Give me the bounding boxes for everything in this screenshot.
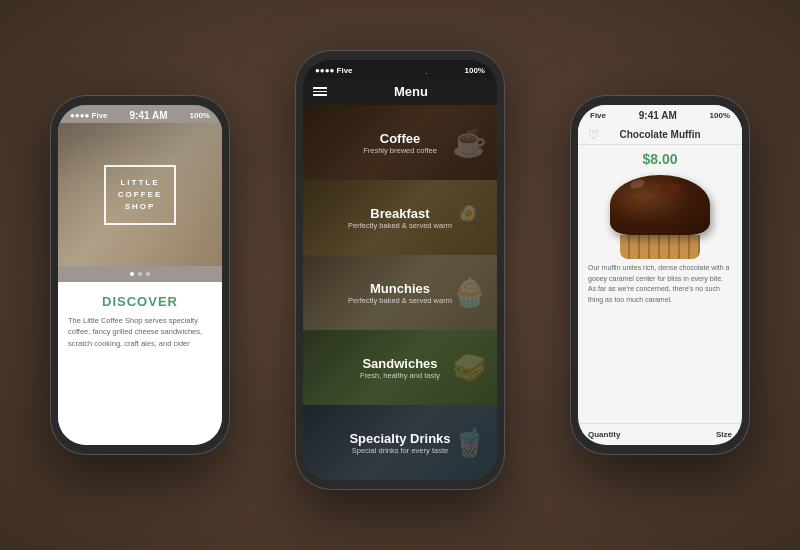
menu-title: Menu xyxy=(335,84,487,99)
dot-3 xyxy=(146,272,150,276)
breakfast-desc: Perfectly baked & served warm xyxy=(348,221,452,230)
center-phone: ●●●● Five 9:41 AM 100% Menu Coffee Fresh… xyxy=(295,50,505,490)
menu-item-sandwiches[interactable]: Sandwiches Fresh, healthy and tasty xyxy=(303,330,497,405)
right-phone-screen: Five 9:41 AM 100% ♡ Chocolate Muffin $8.… xyxy=(578,105,742,445)
quantity-label: Quantity xyxy=(588,430,620,439)
phones-container: ●●●● Five 9:41 AM 100% LITTLE COFFEE SHO… xyxy=(20,20,780,530)
menu-item-munchies[interactable]: Munchies Perfectly baked & served warm xyxy=(303,255,497,330)
right-status-bar: Five 9:41 AM 100% xyxy=(578,105,742,123)
specialty-label: Specialty Drinks xyxy=(349,431,450,446)
munchies-label: Munchies xyxy=(370,281,430,296)
logo-text: LITTLE COFFEE SHOP xyxy=(118,177,162,213)
coffee-desc: Freshly brewed coffee xyxy=(363,146,437,155)
logo-box: LITTLE COFFEE SHOP xyxy=(104,165,176,225)
muffin-image xyxy=(610,175,710,255)
sandwiches-label: Sandwiches xyxy=(362,356,437,371)
breakfast-label: Breakfast xyxy=(370,206,429,221)
coffee-label: Coffee xyxy=(380,131,420,146)
right-phone: Five 9:41 AM 100% ♡ Chocolate Muffin $8.… xyxy=(570,95,750,455)
right-battery: 100% xyxy=(710,111,730,120)
left-signal: ●●●● Five xyxy=(70,111,108,120)
center-signal: ●●●● Five xyxy=(315,66,353,75)
specialty-desc: Special drinks for every taste xyxy=(352,446,448,455)
dot-2 xyxy=(138,272,142,276)
menu-item-specialty[interactable]: Specialty Drinks Special drinks for ever… xyxy=(303,405,497,480)
product-header: ♡ Chocolate Muffin xyxy=(578,123,742,145)
product-description: Our muffin unites rich, dense chocolate … xyxy=(578,259,742,423)
hamburger-button[interactable] xyxy=(313,87,327,96)
menu-header: Menu xyxy=(303,78,497,105)
left-status-bar: ●●●● Five 9:41 AM 100% xyxy=(58,105,222,123)
discover-text: The Little Coffee Shop serves specialty … xyxy=(68,315,212,349)
menu-list: Coffee Freshly brewed coffee Breakfast P… xyxy=(303,105,497,480)
right-time: 9:41 AM xyxy=(639,110,677,121)
left-bottom-section: DISCOVER The Little Coffee Shop serves s… xyxy=(58,282,222,445)
carousel-dots xyxy=(58,266,222,282)
right-signal: Five xyxy=(590,111,606,120)
heart-icon[interactable]: ♡ xyxy=(588,128,599,142)
phone-notch xyxy=(370,62,430,76)
sandwiches-desc: Fresh, healthy and tasty xyxy=(360,371,440,380)
left-phone: ●●●● Five 9:41 AM 100% LITTLE COFFEE SHO… xyxy=(50,95,230,455)
menu-item-breakfast[interactable]: Breakfast Perfectly baked & served warm xyxy=(303,180,497,255)
discover-title: DISCOVER xyxy=(68,294,212,309)
munchies-desc: Perfectly baked & served warm xyxy=(348,296,452,305)
left-phone-screen: ●●●● Five 9:41 AM 100% LITTLE COFFEE SHO… xyxy=(58,105,222,445)
center-battery: 100% xyxy=(465,66,485,75)
muffin-base xyxy=(620,235,700,259)
muffin-top xyxy=(610,175,710,235)
product-price: $8.00 xyxy=(578,145,742,171)
size-label: Size xyxy=(716,430,732,439)
left-battery: 100% xyxy=(190,111,210,120)
product-footer: Quantity Size xyxy=(578,423,742,445)
product-image xyxy=(578,171,742,259)
dot-1 xyxy=(130,272,134,276)
left-time: 9:41 AM xyxy=(130,110,168,121)
center-phone-screen: ●●●● Five 9:41 AM 100% Menu Coffee Fresh… xyxy=(303,60,497,480)
hero-image: LITTLE COFFEE SHOP xyxy=(58,123,222,266)
product-name: Chocolate Muffin xyxy=(619,129,700,140)
menu-item-coffee[interactable]: Coffee Freshly brewed coffee xyxy=(303,105,497,180)
